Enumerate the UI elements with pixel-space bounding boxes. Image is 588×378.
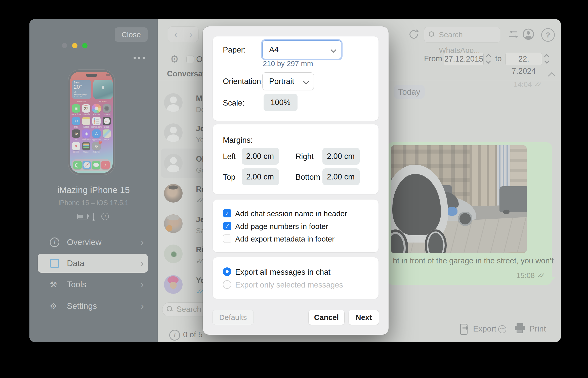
scale-label: Scale: xyxy=(223,99,244,108)
margins-card: Margins: Left 2.00 cm Right 2.00 cm Top … xyxy=(213,124,379,194)
margin-bottom-label: Bottom xyxy=(296,173,320,182)
paper-size-hint: 210 by 297 mm xyxy=(263,60,313,68)
margin-left-input[interactable]: 2.00 cm xyxy=(242,148,279,165)
radio-export-all[interactable] xyxy=(223,267,231,276)
orientation-label: Orientation: xyxy=(223,77,263,86)
paper-select[interactable]: A4 xyxy=(262,40,341,59)
print-settings-dialog: Paper: A4 210 by 297 mm Orientation: Por… xyxy=(203,26,389,335)
chevron-down-icon xyxy=(331,47,337,53)
traffic-light-zoom[interactable] xyxy=(82,43,88,48)
margin-left-label: Left xyxy=(223,152,236,161)
paper-label: Paper: xyxy=(223,45,246,55)
checkbox-page-numbers[interactable]: ✓ xyxy=(223,222,231,230)
defaults-button[interactable]: Defaults xyxy=(212,310,254,325)
margin-right-label: Right xyxy=(296,152,314,161)
traffic-light-close[interactable] xyxy=(62,43,67,48)
export-scope-card: Export all messages in chat Export only … xyxy=(213,257,379,299)
cancel-button[interactable]: Cancel xyxy=(308,310,345,325)
scale-input[interactable]: 100% xyxy=(264,94,298,111)
chevron-down-icon xyxy=(303,79,309,84)
traffic-light-minimize[interactable] xyxy=(72,43,77,48)
paper-settings-card: Paper: A4 210 by 297 mm Orientation: Por… xyxy=(213,36,379,121)
margins-label: Margins: xyxy=(223,136,253,145)
margin-bottom-input[interactable]: 2.00 cm xyxy=(322,168,360,185)
margin-top-label: Top xyxy=(223,173,235,182)
radio-export-selected[interactable] xyxy=(223,280,231,289)
orientation-select[interactable]: Portrait xyxy=(262,72,314,90)
checkbox-export-metadata[interactable] xyxy=(223,234,231,243)
margin-top-input[interactable]: 2.00 cm xyxy=(242,168,279,185)
margin-right-input[interactable]: 2.00 cm xyxy=(322,148,360,165)
next-button[interactable]: Next xyxy=(349,310,379,325)
header-footer-options-card: ✓ Add chat session name in header ✓ Add … xyxy=(213,200,379,252)
checkbox-session-name[interactable]: ✓ xyxy=(223,209,231,217)
